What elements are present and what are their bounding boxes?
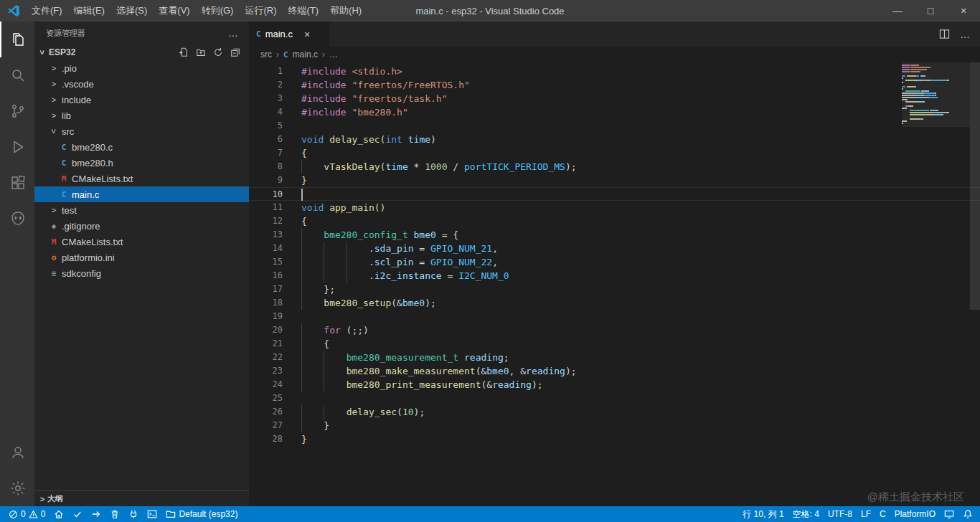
code-line-1[interactable]: 1#include <stdio.h> [249,65,980,78]
platformio-icon[interactable] [0,201,34,237]
menu-item-6[interactable]: 终端(T) [282,0,324,22]
project-root-row[interactable]: > ESP32 [34,44,249,60]
breadcrumb-symbol-more[interactable]: … [329,49,338,60]
tree-item-platformio-ini[interactable]: ⚙platformio.ini [34,250,249,265]
code-line-25[interactable]: 25 [249,392,980,405]
code-line-24[interactable]: 24 bme280_print_measurement(&reading); [249,378,980,392]
accounts-icon[interactable] [0,435,34,470]
more-actions-icon[interactable]: … [960,29,970,40]
platformio-indicator[interactable]: PlatformIO [890,506,940,522]
tree-item-include[interactable]: >include [34,92,249,108]
new-file-icon[interactable] [179,47,189,57]
more-actions-icon[interactable]: … [228,27,239,39]
tree-item-cmakelists-txt[interactable]: MCMakeLists.txt [34,234,249,250]
close-button[interactable]: × [947,0,980,22]
tab-main-c[interactable]: C main.c × [249,22,329,47]
code-line-27[interactable]: 27 } [249,419,980,432]
tree-item-sdkconfig[interactable]: ≡sdkconfig [34,265,249,281]
code-line-22[interactable]: 22 bme280_measurement_t reading; [249,351,980,364]
breadcrumb[interactable]: src › C main.c › … [249,47,980,62]
tree-item-bme280-c[interactable]: Cbme280.c [34,139,249,155]
pio-terminal-button[interactable] [143,506,161,522]
settings-gear-icon[interactable] [0,470,34,506]
pio-env-selector[interactable]: Default (esp32) [161,506,242,522]
search-icon[interactable] [0,57,34,93]
code-line-6[interactable]: 6void delay_sec(int time) [249,133,980,146]
code-line-11[interactable]: 11void app_main() [249,201,980,214]
code-line-12[interactable]: 12{ [249,214,980,228]
code-line-7[interactable]: 7{ [249,146,980,160]
code-line-28[interactable]: 28} [249,432,980,446]
breadcrumb-file[interactable]: main.c [293,49,318,60]
source-control-icon[interactable] [0,93,34,129]
code-line-2[interactable]: 2#include "freertos/FreeRTOS.h" [249,78,980,92]
code-line-10[interactable]: 10 [249,187,980,201]
indentation-indicator[interactable]: 空格: 4 [788,506,824,522]
extensions-icon[interactable] [0,165,34,201]
code-line-20[interactable]: 20 for (;;) [249,323,980,337]
remote-icon[interactable] [940,506,958,522]
menu-item-3[interactable]: 查看(V) [153,0,195,22]
code-line-21[interactable]: 21 { [249,337,980,351]
split-editor-icon[interactable] [939,29,950,39]
tree-item-bme280-h[interactable]: Cbme280.h [34,155,249,171]
minimap[interactable] [902,65,970,125]
explorer-icon[interactable] [0,22,34,57]
plug-icon [128,509,138,519]
tree-item-test[interactable]: >test [34,202,249,218]
code-editor[interactable]: 1#include <stdio.h>2#include "freertos/F… [249,62,980,506]
menu-item-4[interactable]: 转到(G) [196,0,240,22]
outline-section[interactable]: > 大纲 [34,490,249,506]
menu-item-7[interactable]: 帮助(H) [324,0,367,22]
tree-item--gitignore[interactable]: ◆.gitignore [34,218,249,234]
menu-item-2[interactable]: 选择(S) [110,0,153,22]
vertical-scrollbar[interactable] [970,62,980,310]
language-indicator[interactable]: C [875,506,890,522]
code-line-8[interactable]: 8 vTaskDelay(time * 1000 / portTICK_PERI… [249,160,980,174]
code-line-19[interactable]: 19 [249,310,980,323]
menu-item-1[interactable]: 编辑(E) [68,0,110,22]
code-line-4[interactable]: 4#include "bme280.h" [249,105,980,119]
code-line-5[interactable]: 5 [249,119,980,133]
code-line-13[interactable]: 13 bme280_config_t bme0 = { [249,228,980,242]
pio-clean-button[interactable] [105,506,124,522]
tree-item--vscode[interactable]: >.vscode [34,76,249,92]
menu-item-0[interactable]: 文件(F) [26,0,68,22]
code-line-16[interactable]: 16 .i2c_instance = I2C_NUM_0 [249,269,980,283]
eol-indicator[interactable]: LF [857,506,875,522]
line-content: bme280_config_t bme0 = { [301,228,458,242]
code-line-18[interactable]: 18 bme280_setup(&bme0); [249,296,980,310]
tree-item-cmakelists-txt[interactable]: MCMakeLists.txt [34,171,249,186]
run-debug-icon[interactable] [0,129,34,165]
pio-upload-button[interactable] [87,506,105,522]
pio-monitor-button[interactable] [124,506,143,522]
code-line-15[interactable]: 15 .scl_pin = GPIO_NUM_22, [249,255,980,269]
code-line-17[interactable]: 17 }; [249,283,980,296]
cursor-position[interactable]: 行 10, 列 1 [738,506,788,522]
explorer-actions [179,47,249,57]
code-line-23[interactable]: 23 bme280_make_measurement(&bme0, &readi… [249,364,980,378]
line-content: .i2c_instance = I2C_NUM_0 [301,269,509,283]
menu-item-5[interactable]: 运行(R) [239,0,282,22]
maximize-button[interactable]: □ [914,0,947,22]
problems-indicator[interactable]: 0 0 [4,506,50,522]
tree-item-src[interactable]: >src [34,123,249,139]
pio-build-button[interactable] [68,506,87,522]
notifications-bell-icon[interactable] [958,506,977,522]
tree-item-lib[interactable]: >lib [34,108,249,123]
tree-item--pio[interactable]: >.pio [34,60,249,76]
code-line-26[interactable]: 26 delay_sec(10); [249,405,980,419]
pio-home-button[interactable] [50,506,68,522]
encoding-indicator[interactable]: UTF-8 [824,506,857,522]
new-folder-icon[interactable] [196,47,206,57]
collapse-all-icon[interactable] [230,47,240,57]
code-line-9[interactable]: 9} [249,174,980,187]
minimize-button[interactable]: — [881,0,914,22]
breadcrumb-folder[interactable]: src [260,49,272,60]
indent-guide [301,160,302,174]
tree-item-main-c[interactable]: Cmain.c [34,186,249,202]
code-line-3[interactable]: 3#include "freertos/task.h" [249,92,980,105]
refresh-icon[interactable] [213,47,223,57]
tab-close-icon[interactable]: × [304,29,310,40]
code-line-14[interactable]: 14 .sda_pin = GPIO_NUM_21, [249,242,980,255]
